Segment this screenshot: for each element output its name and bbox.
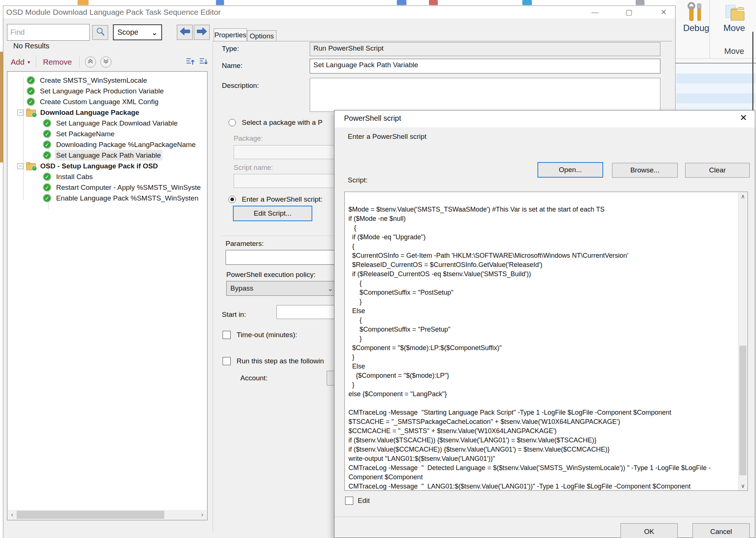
type-field: Run PowerShell Script: [310, 42, 660, 56]
tree-group[interactable]: − ✓ OSD - Setup Language Pack if OSD: [7, 161, 207, 171]
step-check-icon: ✓: [43, 151, 51, 160]
dialog-subtitle: Enter a PowerShell script: [348, 133, 426, 141]
script-vertical-scrollbar[interactable]: ∧ ∨: [738, 192, 747, 490]
step-check-icon: ✓: [43, 194, 51, 202]
find-previous-button[interactable]: [177, 25, 193, 40]
debug-button[interactable]: Debug: [678, 1, 714, 36]
console-row: [676, 93, 755, 103]
edit-script-button[interactable]: Edit Script...: [233, 206, 312, 221]
tree-item[interactable]: ✓Create Custom Language XML Config: [7, 96, 207, 107]
name-label: Name:: [222, 62, 243, 70]
tree-item[interactable]: ✓Set Language Pack Production Variable: [7, 86, 207, 96]
step-check-icon: ✓: [43, 183, 51, 192]
tab-options[interactable]: Options: [247, 30, 276, 41]
task-sequence-tree[interactable]: ✓Create SMSTS_WinSystemLocale ✓Set Langu…: [7, 71, 207, 520]
step-check-icon: ✓: [43, 172, 51, 181]
move-step-down-button[interactable]: [100, 56, 111, 68]
name-field[interactable]: Set Language Pack Path Variable: [310, 59, 660, 73]
open-button[interactable]: Open...: [537, 162, 603, 178]
scroll-thumb[interactable]: [739, 346, 746, 475]
edit-checkbox[interactable]: [345, 497, 353, 505]
description-field[interactable]: [310, 78, 660, 112]
powershell-script-dialog: PowerShell script ✕ Enter a PowerShell s…: [334, 110, 755, 538]
description-label: Description:: [222, 82, 259, 90]
cancel-button[interactable]: Cancel: [693, 523, 750, 538]
search-button[interactable]: [92, 25, 108, 40]
section-separator: [221, 236, 337, 236]
debug-tools-icon: [687, 1, 706, 24]
radio-selected-icon[interactable]: [228, 196, 236, 203]
close-button[interactable]: ✕: [655, 7, 672, 18]
find-next-button[interactable]: [194, 25, 210, 40]
collapse-expander-icon[interactable]: −: [17, 110, 23, 116]
account-set-button[interactable]: [327, 371, 334, 385]
enter-script-radio[interactable]: Enter a PowerShell script:: [228, 195, 323, 203]
background-strip: [0, 52, 3, 162]
parameters-field[interactable]: [226, 250, 337, 265]
tree-item[interactable]: ✓Downloading Package %LangPackageName: [7, 139, 207, 150]
package-radio[interactable]: Select a package with a P: [228, 119, 323, 127]
scroll-right-icon[interactable]: ›: [198, 511, 207, 518]
scroll-thumb[interactable]: [17, 511, 164, 519]
collapse-all-button[interactable]: [186, 56, 195, 68]
tree-group[interactable]: − ✓ Download Language Package: [7, 107, 207, 118]
tree-item[interactable]: ✓Enable Language Pack %SMSTS_WinSysten: [7, 193, 207, 203]
run-as-checkbox[interactable]: [223, 357, 231, 365]
scroll-left-icon[interactable]: ‹: [8, 511, 17, 518]
browse-button[interactable]: Browse...: [612, 163, 678, 178]
find-input[interactable]: [7, 24, 90, 41]
step-check-icon: ✓: [27, 76, 35, 85]
add-button[interactable]: Add ▾: [7, 58, 34, 66]
tab-properties[interactable]: Properties: [214, 28, 247, 41]
script-name-field: [234, 174, 337, 188]
script-label: Script:: [348, 176, 368, 184]
screen: Debug Move Move OSD Module Downloa: [0, 0, 756, 538]
background-icon-fragment: [636, 0, 645, 5]
background-icon-fragment: [78, 0, 89, 5]
scroll-up-icon[interactable]: ∧: [739, 193, 747, 200]
chevron-down-icon: ⌄: [327, 284, 333, 293]
tree-item[interactable]: ✓Set PackageName: [7, 128, 207, 139]
tree-item[interactable]: ✓Restart Computer - Apply %SMSTS_WinSyst…: [7, 182, 207, 193]
run-as-row[interactable]: Run this step as the followin: [223, 357, 324, 365]
radio-icon[interactable]: [228, 119, 236, 126]
scroll-down-icon[interactable]: ∨: [739, 483, 747, 489]
scope-dropdown[interactable]: Scope ⌄: [113, 24, 162, 40]
start-in-field[interactable]: [276, 305, 337, 319]
clear-button[interactable]: Clear: [685, 163, 750, 178]
ribbon-divider: [709, 0, 710, 58]
scope-value: Scope: [117, 28, 138, 37]
package-label: Package:: [234, 134, 263, 143]
move-step-up-button[interactable]: [85, 56, 96, 68]
ribbon-bottom-line: [676, 58, 756, 59]
window-titlebar[interactable]: OSD Module Download Language Pack Task S…: [3, 6, 675, 19]
timeout-checkbox[interactable]: [223, 331, 231, 339]
expand-all-button[interactable]: [199, 56, 209, 68]
tree-item[interactable]: ✓Install Cabs: [7, 171, 207, 182]
move-group-label: Move: [714, 47, 755, 56]
console-row: [676, 83, 755, 93]
tree-item-selected[interactable]: ✓Set Language Pack Path Variable: [7, 150, 207, 161]
remove-button[interactable]: Remove: [38, 58, 76, 66]
move-button[interactable]: Move: [714, 1, 755, 36]
edit-row[interactable]: Edit: [345, 497, 370, 505]
dialog-close-button[interactable]: ✕: [737, 113, 750, 123]
collapse-expander-icon[interactable]: −: [17, 163, 23, 169]
parameters-label: Parameters:: [226, 240, 264, 248]
ok-button[interactable]: OK: [621, 523, 678, 538]
script-content[interactable]: $Mode = $tsenv.Value('SMSTS_TSWaaSMode')…: [345, 192, 748, 491]
script-textarea[interactable]: $Mode = $tsenv.Value('SMSTS_TSWaaSMode')…: [344, 192, 748, 491]
dialog-title: PowerShell script: [344, 114, 401, 123]
minimize-button[interactable]: —: [587, 7, 604, 18]
tab-page-border: [213, 41, 672, 41]
tree-item[interactable]: ✓Create SMSTS_WinSystemLocale: [7, 75, 207, 86]
console-row: [676, 64, 755, 73]
add-caret-icon: ▾: [27, 59, 30, 65]
tree-horizontal-scrollbar[interactable]: ‹ ›: [8, 510, 207, 520]
tree-item[interactable]: ✓Set Language Pack Download Variable: [7, 118, 207, 128]
toolbar-separator: [36, 56, 36, 68]
timeout-row[interactable]: Time-out (minutes):: [223, 331, 297, 339]
execution-policy-dropdown[interactable]: Bypass ⌄: [226, 281, 337, 296]
dialog-titlebar[interactable]: PowerShell script ✕: [334, 110, 755, 127]
maximize-button[interactable]: ▢: [621, 7, 638, 18]
